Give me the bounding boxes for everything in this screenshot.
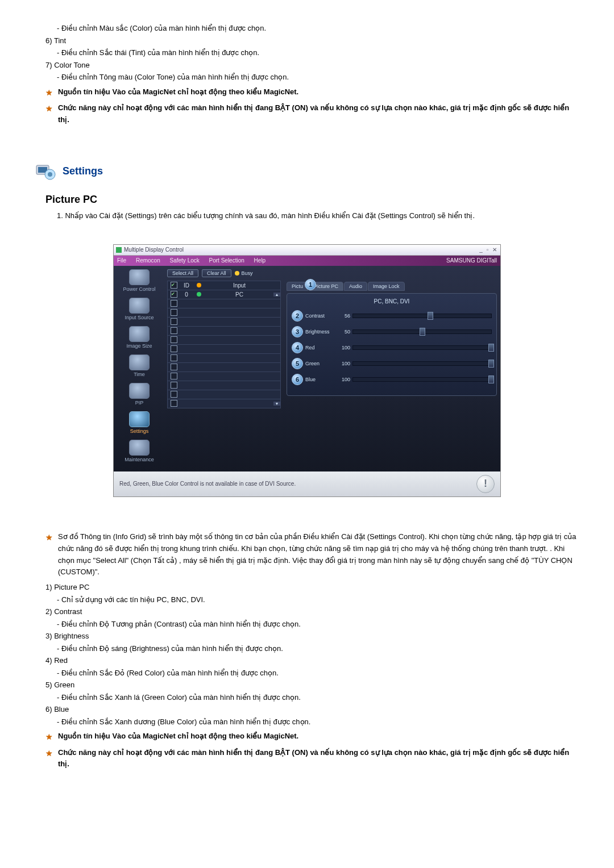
star-icon: ★ xyxy=(45,747,56,760)
footer-strip: Red, Green, Blue Color Control is not av… xyxy=(114,471,500,496)
row-checkbox[interactable] xyxy=(171,391,177,398)
slider-blue[interactable]: 6Blue100 xyxy=(292,374,492,385)
slider-label: Contrast xyxy=(305,313,337,319)
sidebar-item-input[interactable]: Input Source xyxy=(119,298,159,320)
slider-label: Blue xyxy=(305,377,337,382)
list-item-desc: - Điều chỉnh Sắc Đỏ (Red Color) của màn … xyxy=(57,667,580,679)
slider-knob[interactable] xyxy=(488,344,494,352)
col-status xyxy=(193,282,205,289)
scroll-down[interactable]: ▼ xyxy=(273,402,280,406)
list-item-desc: - Điều chỉnh Sắc Xanh lá (Green Color) c… xyxy=(57,692,580,703)
slider-brightness[interactable]: 3Brightness50 xyxy=(292,326,492,337)
menu-port-selection[interactable]: Port Selection xyxy=(209,257,244,264)
info-icon: ! xyxy=(476,475,495,493)
slider-knob[interactable] xyxy=(488,360,494,368)
slider-track[interactable] xyxy=(352,329,492,334)
imagesize-icon xyxy=(129,326,150,342)
prev-color-sub: - Điều chỉnh Màu sắc (Color) của màn hìn… xyxy=(57,23,580,34)
slider-green[interactable]: 5Green100 xyxy=(292,358,492,369)
star-icon: ★ xyxy=(45,102,56,115)
header-checkbox[interactable] xyxy=(171,282,177,289)
row-checkbox[interactable] xyxy=(171,327,177,334)
svg-point-3 xyxy=(48,172,52,177)
slider-track[interactable] xyxy=(352,345,492,350)
row-checkbox[interactable] xyxy=(171,309,177,316)
star-icon: ★ xyxy=(45,531,56,544)
list-item: 1) Picture PC xyxy=(45,582,580,593)
col-input: Input xyxy=(205,282,273,289)
list-item-desc: - Điều chỉnh Độ sáng (Brightness) của mà… xyxy=(57,643,580,654)
tab-image-lock[interactable]: Image Lock xyxy=(368,282,405,291)
row-checkbox[interactable] xyxy=(171,354,177,361)
power-icon xyxy=(129,269,150,285)
badge-icon: 6 xyxy=(292,374,303,385)
row-checkbox[interactable] xyxy=(171,300,177,307)
slider-value: 100 xyxy=(337,377,350,382)
tab-audio[interactable]: Audio xyxy=(344,282,367,291)
sidebar-item-maintenance[interactable]: Maintenance xyxy=(119,440,159,462)
row-checkbox[interactable] xyxy=(171,345,177,352)
row-checkbox[interactable] xyxy=(171,382,177,389)
window-title: Multiple Display Control xyxy=(124,247,184,253)
select-all-button[interactable]: Select All xyxy=(167,269,198,277)
slider-label: Green xyxy=(305,361,337,366)
row-checkbox[interactable] xyxy=(171,318,177,325)
slider-value: 100 xyxy=(337,361,350,366)
slider-value: 56 xyxy=(337,313,350,319)
panel-title: PC, BNC, DVI xyxy=(292,298,492,304)
list-item: 3) Brightness xyxy=(45,631,580,642)
menu-file[interactable]: File xyxy=(117,257,126,264)
sidebar-item-settings[interactable]: Settings xyxy=(119,411,159,434)
clear-all-button[interactable]: Clear All xyxy=(202,269,231,277)
settings-header: Settings xyxy=(34,160,580,182)
input-icon xyxy=(129,298,150,314)
scroll-up[interactable]: ▲ xyxy=(273,293,280,297)
menu-help[interactable]: Help xyxy=(254,257,266,264)
busy-indicator: Busy xyxy=(235,270,253,276)
prev-item-6-sub: - Điều chỉnh Sắc thái (Tint) của màn hìn… xyxy=(57,47,580,59)
settings-side-icon xyxy=(129,411,150,427)
row-checkbox[interactable] xyxy=(171,291,177,298)
slider-knob[interactable] xyxy=(428,312,433,320)
window-controls[interactable]: _ ▫ ✕ xyxy=(479,247,498,253)
intro-note: ★ Sơ đồ Thông tin (Info Grid) sẽ trình b… xyxy=(45,531,580,578)
badge-icon: 3 xyxy=(292,326,303,337)
list-item: 6) Blue xyxy=(45,704,580,715)
brand-label: SAMSUNG DIGITall xyxy=(446,257,497,264)
slider-knob[interactable] xyxy=(488,375,494,383)
menubar: File Remocon Safety Lock Port Selection … xyxy=(114,256,500,266)
slider-track[interactable] xyxy=(352,314,492,318)
sidebar: Power Control Input Source Image Size Ti… xyxy=(114,266,165,471)
row-checkbox[interactable] xyxy=(171,400,177,407)
picture-pc-panel: PC, BNC, DVI 2Contrast563Brightness504Re… xyxy=(287,293,497,396)
row-checkbox[interactable] xyxy=(171,336,177,343)
sidebar-item-power[interactable]: Power Control xyxy=(119,269,159,292)
settings-title: Settings xyxy=(63,165,103,177)
status-dot-icon xyxy=(197,292,201,297)
right-panel: Pictu 1 Picture PC Audio Image Lock PC, … xyxy=(283,266,500,471)
slider-track[interactable] xyxy=(352,361,492,366)
badge-icon: 5 xyxy=(292,358,303,369)
row-checkbox[interactable] xyxy=(171,373,177,379)
sidebar-item-imagesize[interactable]: Image Size xyxy=(119,326,159,349)
slider-track[interactable] xyxy=(352,377,492,382)
list-item: 2) Contrast xyxy=(45,606,580,617)
footer-note: Red, Green, Blue Color Control is not av… xyxy=(119,481,296,487)
prev-item-6: 6) Tint xyxy=(45,35,580,47)
mdc-window: Multiple Display Control _ ▫ ✕ File Remo… xyxy=(113,244,501,497)
star-icon: ★ xyxy=(45,731,56,743)
list-item: 5) Green xyxy=(45,679,580,691)
slider-contrast[interactable]: 2Contrast56 xyxy=(292,310,492,322)
menu-safety-lock[interactable]: Safety Lock xyxy=(170,257,200,264)
sidebar-item-time[interactable]: Time xyxy=(119,354,159,377)
note-on-only-top: ★ Chức năng này chỉ hoạt động với các mà… xyxy=(45,102,580,126)
menu-remocon[interactable]: Remocon xyxy=(136,257,160,264)
sidebar-item-pip[interactable]: PIP xyxy=(119,383,159,406)
tab-picture-pc[interactable]: 1 Picture PC xyxy=(309,282,343,291)
center-panel: Select All Clear All Busy ID Input 0 PC xyxy=(165,266,283,471)
slider-knob[interactable] xyxy=(420,328,425,336)
slider-red[interactable]: 4Red100 xyxy=(292,342,492,353)
table-row[interactable]: 0 PC ▲ xyxy=(168,290,280,299)
list-item-desc: - Điều chỉnh Sắc Xanh dương (Blue Color)… xyxy=(57,716,580,728)
row-checkbox[interactable] xyxy=(171,364,177,370)
